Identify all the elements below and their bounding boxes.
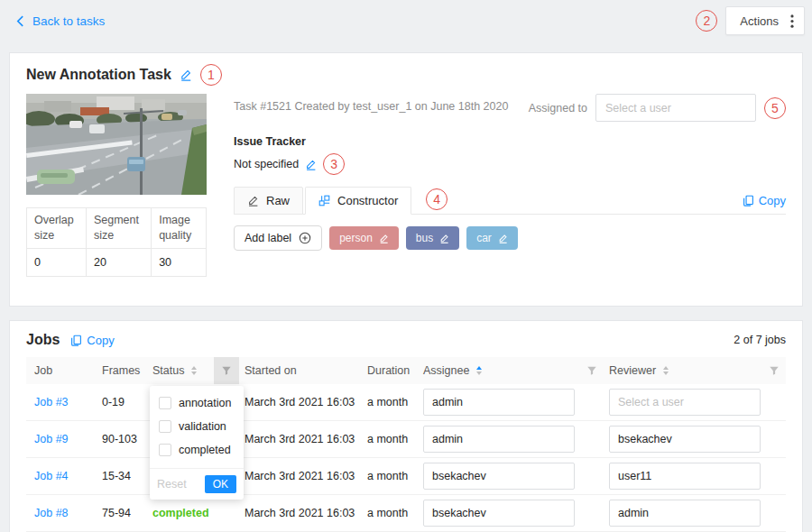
column-status[interactable]: Status	[147, 364, 214, 377]
job-frames: 15-34	[97, 470, 147, 482]
filter-ok-button[interactable]: OK	[205, 475, 236, 493]
sort-icon[interactable]	[191, 366, 197, 375]
job-link[interactable]: Job #8	[34, 507, 69, 519]
assigned-to-input[interactable]	[595, 94, 756, 122]
top-bar: Back to tasks 2 Actions	[0, 0, 812, 41]
status-filter-icon[interactable]	[214, 357, 239, 384]
filter-option-completed[interactable]: completed	[150, 438, 244, 462]
label-tag-person[interactable]: person	[329, 226, 399, 250]
reviewer-input[interactable]	[609, 500, 761, 527]
column-reviewer[interactable]: Reviewer	[604, 364, 762, 377]
actions-label: Actions	[740, 14, 779, 28]
column-duration[interactable]: Duration	[362, 364, 418, 377]
assignee-input[interactable]	[423, 500, 575, 527]
issue-tracker-label: Issue Tracker	[234, 135, 786, 148]
column-job[interactable]: Job	[26, 364, 97, 377]
jobs-table-header: Job Frames Status Started on Duration As…	[26, 357, 786, 384]
job-started: March 3rd 2021 16:03	[239, 433, 362, 445]
job-row-8: Job #8 75-94 completed ? March 3rd 2021 …	[26, 495, 786, 532]
annotation-circle-4: 4	[426, 188, 448, 210]
tab-raw[interactable]: Raw	[234, 187, 303, 215]
checkbox-completed[interactable]	[159, 444, 171, 456]
param-value-segment: 20	[86, 248, 151, 276]
task-details-card: New Annotation Task 1	[9, 52, 803, 307]
annotation-circle-3: 3	[323, 153, 345, 175]
job-frames: 75-94	[97, 507, 147, 519]
job-status-completed: completed ?	[152, 507, 214, 519]
actions-button[interactable]: Actions	[725, 6, 805, 35]
add-label-button[interactable]: Add label	[234, 225, 322, 251]
assignee-input[interactable]	[423, 389, 575, 416]
jobs-count: 2 of 7 jobs	[734, 334, 786, 346]
annotation-circle-1: 1	[200, 64, 222, 86]
job-link[interactable]: Job #4	[34, 470, 69, 482]
task-meta-text: Task #1521 Created by test_user_1 on Jun…	[234, 94, 508, 113]
label-tag-bus-name: bus	[416, 232, 433, 244]
sort-icon-active[interactable]	[476, 366, 482, 375]
back-to-tasks-label: Back to tasks	[32, 14, 105, 28]
annotation-circle-5: 5	[764, 97, 786, 119]
labels-copy-button[interactable]: Copy	[743, 194, 786, 207]
job-row-3: Job #3 0-19 March 3rd 2021 16:03 a month	[26, 384, 786, 421]
job-duration: a month	[362, 507, 418, 519]
task-preview-image	[26, 94, 207, 195]
assignee-input[interactable]	[423, 426, 575, 453]
edit-issue-tracker-icon[interactable]	[305, 159, 317, 170]
job-duration: a month	[362, 433, 418, 445]
column-assignee[interactable]: Assignee	[418, 364, 580, 377]
label-tag-car-name: car	[476, 232, 492, 244]
copy-icon	[743, 195, 754, 206]
reviewer-input[interactable]	[609, 463, 761, 490]
job-row-4: Job #4 15-34 March 3rd 2021 16:03 a mont…	[26, 458, 786, 495]
column-frames[interactable]: Frames	[97, 364, 147, 377]
job-duration: a month	[362, 396, 418, 408]
checkbox-validation[interactable]	[159, 420, 171, 433]
param-value-quality: 30	[152, 248, 207, 276]
edit-task-name-icon[interactable]	[180, 69, 192, 81]
tab-constructor[interactable]: Constructor	[305, 187, 411, 215]
label-tag-car[interactable]: car	[466, 226, 518, 250]
more-vertical-icon[interactable]	[790, 14, 794, 28]
pencil-icon	[247, 195, 259, 206]
label-tag-bus[interactable]: bus	[406, 226, 459, 250]
job-started: March 3rd 2021 16:03	[239, 507, 362, 519]
reviewer-filter-icon[interactable]	[762, 357, 786, 384]
job-frames: 0-19	[97, 396, 147, 408]
copy-icon	[70, 335, 82, 346]
sort-icon[interactable]	[663, 366, 669, 375]
edit-label-person-icon[interactable]	[379, 234, 389, 243]
job-started: March 3rd 2021 16:03	[239, 396, 362, 408]
filter-option-validation[interactable]: validation	[150, 415, 244, 438]
param-header-quality: Image quality	[152, 208, 207, 249]
add-label-text: Add label	[245, 232, 291, 244]
edit-label-bus-icon[interactable]	[439, 234, 449, 243]
assignee-input[interactable]	[423, 463, 575, 490]
jobs-copy-button[interactable]: Copy	[70, 334, 114, 347]
jobs-card: Jobs Copy 2 of 7 jobs Job Frames Status …	[9, 320, 803, 532]
issue-tracker-value: Not specified	[234, 158, 299, 170]
tab-constructor-label: Constructor	[337, 194, 398, 207]
param-header-overlap: Overlap size	[27, 208, 87, 249]
job-link[interactable]: Job #9	[34, 433, 69, 445]
assigned-to-label: Assigned to	[529, 102, 587, 115]
job-row-9: Job #9 90-103 March 3rd 2021 16:03 a mon…	[26, 421, 786, 458]
chevron-left-icon	[16, 15, 24, 27]
job-started: March 3rd 2021 16:03	[239, 470, 362, 482]
back-to-tasks-link[interactable]: Back to tasks	[16, 14, 105, 28]
reviewer-input[interactable]	[609, 426, 761, 453]
job-frames: 90-103	[97, 433, 147, 445]
tab-raw-label: Raw	[266, 194, 290, 207]
status-filter-dropdown: annotation validation completed Reset OK	[150, 386, 244, 500]
checkbox-annotation[interactable]	[159, 397, 171, 409]
jobs-copy-label: Copy	[87, 334, 114, 347]
assignee-filter-icon[interactable]	[580, 357, 604, 384]
filter-reset-button[interactable]: Reset	[157, 478, 187, 491]
job-link[interactable]: Job #3	[34, 396, 69, 408]
label-tag-person-name: person	[339, 232, 373, 244]
column-started-on[interactable]: Started on	[239, 364, 362, 377]
filter-option-annotation[interactable]: annotation	[150, 391, 244, 415]
edit-label-car-icon[interactable]	[498, 234, 508, 243]
reviewer-input[interactable]	[609, 389, 761, 416]
jobs-title: Jobs	[26, 332, 60, 348]
param-value-overlap: 0	[27, 248, 87, 276]
